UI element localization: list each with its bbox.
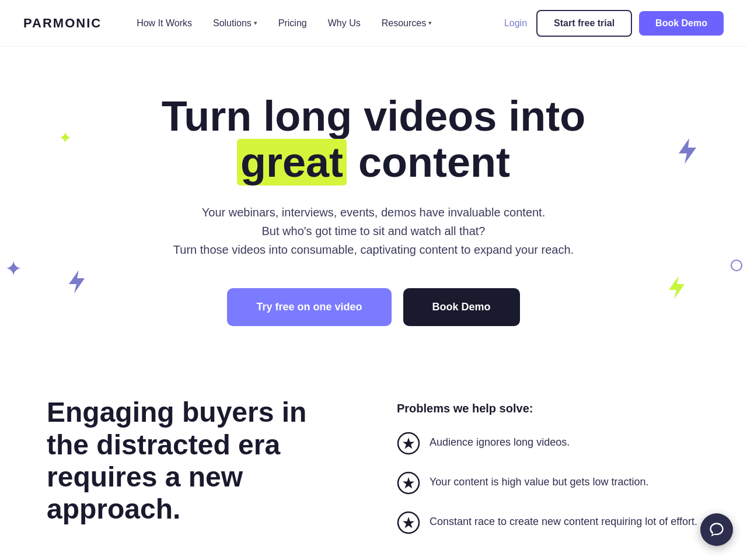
book-demo-hero-button[interactable]: Book Demo <box>403 288 520 326</box>
nav-pricing[interactable]: Pricing <box>278 18 307 29</box>
problem-item-1: Audience ignores long videos. <box>397 432 700 455</box>
nav-why-us[interactable]: Why Us <box>328 18 361 29</box>
diamond-left-icon: ✦ <box>5 257 22 281</box>
lower-heading: Engaging buyers in the distracted era re… <box>47 396 350 525</box>
hero-section: ✦ ✦ Turn long videos into great content … <box>0 47 747 361</box>
problem-text-3: Constant race to create new content requ… <box>430 511 697 529</box>
hero-highlight-word: great <box>237 139 347 186</box>
problems-title: Problems we help solve: <box>397 402 700 415</box>
book-demo-nav-button[interactable]: Book Demo <box>639 11 724 36</box>
nav-how-it-works[interactable]: How It Works <box>137 18 192 29</box>
hero-buttons: Try free on one video Book Demo <box>23 288 724 326</box>
problem-icon-3 <box>397 511 420 534</box>
problem-text-2: Your content is high value but gets low … <box>430 471 649 489</box>
problem-item-2: Your content is high value but gets low … <box>397 471 700 495</box>
navbar: PARMONIC How It Works Solutions ▾ Pricin… <box>0 0 747 47</box>
lower-right: Problems we help solve: Audience ignores… <box>397 396 700 551</box>
nav-links: How It Works Solutions ▾ Pricing Why Us … <box>137 18 504 29</box>
problem-icon-1 <box>397 432 420 455</box>
problem-text-1: Audience ignores long videos. <box>430 432 570 450</box>
chat-icon <box>708 522 725 538</box>
hero-headline: Turn long videos into great content <box>23 93 724 186</box>
nav-resources[interactable]: Resources ▾ <box>382 18 432 29</box>
login-link[interactable]: Login <box>504 18 527 29</box>
chat-button[interactable] <box>700 513 733 546</box>
circle-right-icon <box>731 260 742 271</box>
problem-icon-2 <box>397 471 420 495</box>
nav-solutions[interactable]: Solutions ▾ <box>213 18 257 29</box>
try-free-button[interactable]: Try free on one video <box>227 288 391 326</box>
hero-subtext: Your webinars, interviews, events, demos… <box>169 203 578 259</box>
lower-section: Engaging buyers in the distracted era re… <box>0 361 747 560</box>
start-free-trial-button[interactable]: Start free trial <box>536 10 632 37</box>
resources-chevron-icon: ▾ <box>428 19 432 27</box>
logo: PARMONIC <box>23 16 102 31</box>
lower-left: Engaging buyers in the distracted era re… <box>47 396 350 551</box>
problem-item-3: Constant race to create new content requ… <box>397 511 700 534</box>
solutions-chevron-icon: ▾ <box>254 19 257 27</box>
